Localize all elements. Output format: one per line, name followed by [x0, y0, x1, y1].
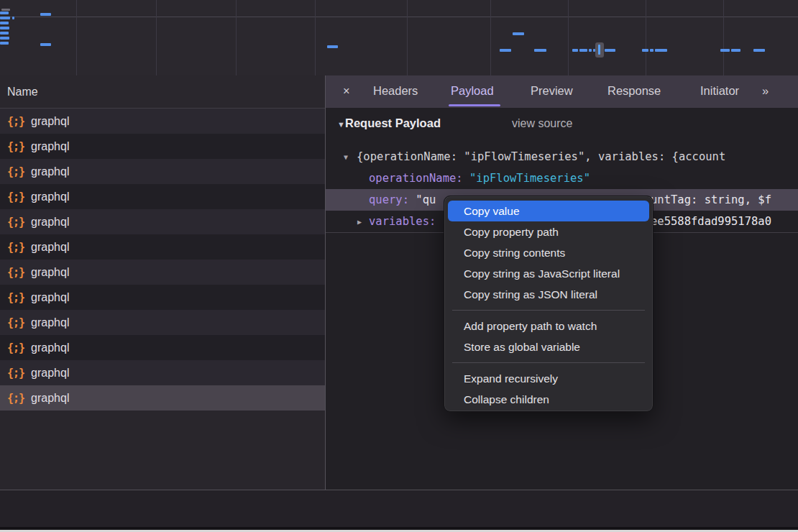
- tab-preview[interactable]: Preview: [531, 75, 573, 106]
- property-value-fragment: ee5588fdad995178a0: [651, 211, 771, 232]
- request-row[interactable]: {;}graphql: [0, 209, 325, 234]
- request-name: graphql: [31, 266, 69, 279]
- menu-item-copy-string-contents[interactable]: Copy string contents: [444, 242, 653, 263]
- expand-triangle-icon[interactable]: ▶: [357, 211, 362, 232]
- menu-item-copy-string-js-literal[interactable]: Copy string as JavaScript literal: [444, 263, 653, 284]
- request-name: graphql: [31, 341, 69, 354]
- request-list: {;}graphql {;}graphql {;}graphql {;}grap…: [0, 109, 325, 411]
- menu-item-copy-value[interactable]: Copy value: [448, 201, 649, 221]
- menu-separator: [452, 362, 645, 363]
- request-name: graphql: [31, 216, 69, 229]
- section-title: Request Payload: [345, 116, 441, 130]
- tab-initiator[interactable]: Initiator: [700, 75, 739, 106]
- request-row[interactable]: {;}graphql: [0, 310, 325, 335]
- status-footer: [0, 490, 798, 527]
- request-row-selected[interactable]: {;}graphql: [0, 385, 325, 411]
- tree-row-root[interactable]: ▼ {operationName: "ipFlowTimeseries", va…: [326, 146, 798, 168]
- context-menu: Copy value Copy property path Copy strin…: [444, 196, 653, 412]
- json-request-icon: {;}: [7, 191, 24, 203]
- detail-tabbar: × Headers Payload Preview Response Initi…: [326, 75, 798, 109]
- overview-lane-divider: [0, 17, 798, 17]
- overview-marker-tick: [598, 45, 600, 55]
- view-source-link[interactable]: view source: [512, 117, 572, 130]
- collapse-triangle-icon[interactable]: ▼: [344, 147, 348, 168]
- json-request-icon: {;}: [7, 140, 24, 153]
- active-tab-underline: [449, 104, 500, 106]
- menu-separator: [452, 310, 645, 311]
- name-column-header[interactable]: Name: [0, 75, 325, 109]
- json-request-icon: {;}: [7, 115, 24, 128]
- request-row[interactable]: {;}graphql: [0, 134, 325, 159]
- request-row[interactable]: {;}graphql: [0, 234, 325, 260]
- tab-payload[interactable]: Payload: [451, 75, 494, 106]
- request-name: graphql: [31, 241, 69, 254]
- tree-row-operationname[interactable]: operationName: "ipFlowTimeseries": [326, 168, 798, 189]
- menu-item-expand-recursively[interactable]: Expand recursively: [444, 368, 653, 389]
- network-overview-strip[interactable]: [0, 0, 798, 78]
- request-name: graphql: [31, 392, 69, 405]
- property-value-fragment: untTag: string, $f: [651, 189, 771, 211]
- json-request-icon: {;}: [7, 165, 24, 178]
- collapse-triangle-icon[interactable]: ▼: [337, 120, 345, 129]
- request-name: graphql: [31, 191, 69, 203]
- overview-hover-marker: [595, 42, 604, 58]
- object-preview-text: {operationName: "ipFlowTimeseries", vari…: [357, 146, 725, 168]
- menu-item-copy-property-path[interactable]: Copy property path: [444, 221, 653, 242]
- property-key: query: "qu: [369, 189, 436, 211]
- json-request-icon: {;}: [7, 291, 24, 304]
- request-row[interactable]: {;}graphql: [0, 184, 325, 209]
- tab-headers[interactable]: Headers: [373, 75, 418, 106]
- menu-item-collapse-children[interactable]: Collapse children: [444, 389, 653, 410]
- property-value-string: "ipFlowTimeseries": [469, 172, 590, 185]
- request-name: graphql: [31, 140, 69, 153]
- json-request-icon: {;}: [7, 316, 24, 329]
- request-row[interactable]: {;}graphql: [0, 159, 325, 184]
- request-name: graphql: [31, 367, 69, 380]
- request-row[interactable]: {;}graphql: [0, 285, 325, 310]
- request-name: graphql: [31, 165, 69, 178]
- request-name: graphql: [31, 291, 69, 304]
- close-icon[interactable]: ×: [343, 75, 350, 106]
- json-request-icon: {;}: [7, 367, 24, 380]
- request-payload-section-header: ▼ Request Payload view source: [326, 116, 798, 135]
- tab-response[interactable]: Response: [607, 75, 661, 106]
- request-name: graphql: [31, 316, 69, 329]
- menu-item-copy-string-json-literal[interactable]: Copy string as JSON literal: [444, 284, 653, 305]
- request-row[interactable]: {;}graphql: [0, 260, 325, 285]
- request-name: graphql: [31, 115, 69, 128]
- property-key: operationName: "ipFlowTimeseries": [369, 168, 590, 189]
- property-value-string: "qu: [416, 193, 436, 206]
- json-request-icon: {;}: [7, 392, 24, 405]
- request-row[interactable]: {;}graphql: [0, 360, 325, 385]
- json-request-icon: {;}: [7, 341, 24, 354]
- name-column-label: Name: [7, 86, 38, 98]
- devtools-network-panel: Name {;}graphql {;}graphql {;}graphql {;…: [0, 0, 798, 532]
- more-tabs-icon[interactable]: »: [762, 75, 767, 106]
- request-row[interactable]: {;}graphql: [0, 335, 325, 360]
- menu-item-store-as-global-variable[interactable]: Store as global variable: [444, 336, 653, 357]
- pane-divider[interactable]: [325, 75, 326, 527]
- json-request-icon: {;}: [7, 241, 24, 254]
- json-request-icon: {;}: [7, 266, 24, 279]
- property-key: variables:: [369, 211, 436, 232]
- menu-item-add-property-path-to-watch[interactable]: Add property path to watch: [444, 316, 653, 336]
- json-request-icon: {;}: [7, 216, 24, 229]
- request-row[interactable]: {;}graphql: [0, 109, 325, 134]
